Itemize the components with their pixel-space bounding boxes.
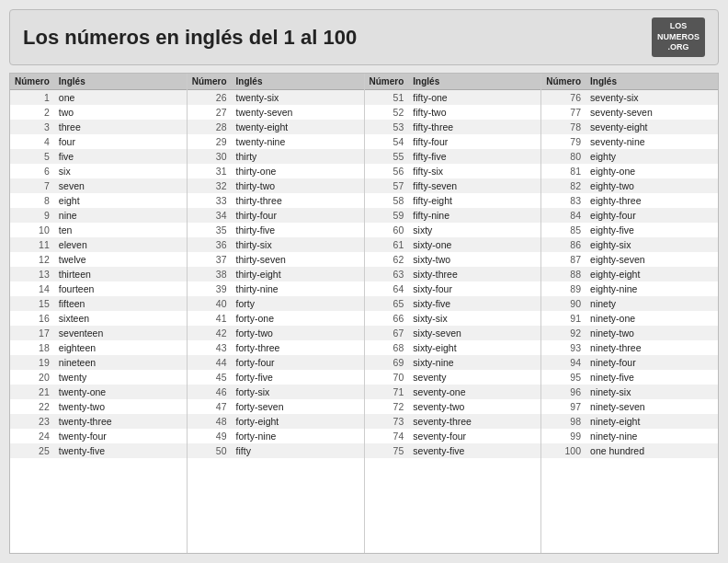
col-header-english: Inglés: [232, 74, 364, 90]
english-cell: eighty-eight: [586, 267, 718, 282]
table-row: 8eight: [10, 193, 187, 208]
english-cell: twenty-six: [232, 90, 364, 106]
number-cell: 95: [541, 370, 586, 385]
english-cell: forty: [232, 296, 364, 311]
table-row: 65sixty-five: [365, 296, 541, 311]
english-cell: thirty-six: [232, 237, 364, 252]
english-cell: thirty-seven: [232, 252, 364, 267]
table-row: 60sixty: [365, 223, 541, 237]
number-cell: 8: [10, 193, 54, 208]
number-cell: 89: [541, 282, 586, 296]
table-row: 31thirty-one: [188, 164, 364, 178]
english-cell: sixteen: [54, 311, 187, 326]
number-cell: 19: [10, 355, 54, 370]
table-row: 36thirty-six: [188, 237, 364, 252]
number-cell: 62: [365, 252, 409, 267]
english-cell: eleven: [54, 237, 187, 252]
col-header-number: Número: [10, 74, 54, 90]
table-row: 57fifty-seven: [365, 178, 541, 193]
number-cell: 42: [188, 326, 232, 340]
number-cell: 5: [10, 149, 54, 164]
english-cell: fifty-two: [408, 105, 540, 120]
english-cell: ninety-six: [586, 385, 718, 399]
table-row: 67sixty-seven: [365, 326, 541, 340]
table-row: 92ninety-two: [541, 326, 718, 340]
number-cell: 27: [188, 105, 232, 120]
english-cell: five: [54, 149, 187, 164]
number-cell: 85: [541, 223, 586, 237]
english-cell: thirty-four: [232, 208, 364, 223]
english-cell: fifty-six: [408, 164, 540, 178]
table-row: 87eighty-seven: [541, 252, 718, 267]
column-group-1: NúmeroInglés1one2two3three4four5five6six…: [10, 74, 188, 553]
number-cell: 21: [10, 385, 54, 399]
col-header-number: Número: [365, 74, 409, 90]
english-cell: ninety-four: [586, 355, 718, 370]
table-row: 38thirty-eight: [188, 267, 364, 282]
table-row: 13thirteen: [10, 267, 187, 282]
english-cell: sixty-eight: [408, 340, 540, 355]
table-row: 86eighty-six: [541, 237, 718, 252]
table-row: 56fifty-six: [365, 164, 541, 178]
number-cell: 77: [541, 105, 586, 120]
number-cell: 6: [10, 164, 54, 178]
table-row: 76seventy-six: [541, 90, 718, 106]
number-cell: 58: [365, 193, 409, 208]
table-row: 19nineteen: [10, 355, 187, 370]
english-cell: sixty-two: [408, 252, 540, 267]
english-cell: thirty-two: [232, 178, 364, 193]
table-row: 47forty-seven: [188, 399, 364, 414]
english-cell: one: [54, 90, 187, 106]
number-cell: 40: [188, 296, 232, 311]
table-row: 55fifty-five: [365, 149, 541, 164]
table-row: 58fifty-eight: [365, 193, 541, 208]
table-row: 14fourteen: [10, 282, 187, 296]
english-cell: sixty: [408, 223, 540, 237]
english-cell: ninety-one: [586, 311, 718, 326]
number-cell: 7: [10, 178, 54, 193]
table-row: 46forty-six: [188, 385, 364, 399]
table-row: 72seventy-two: [365, 399, 541, 414]
english-cell: sixty-one: [408, 237, 540, 252]
table-row: 1one: [10, 90, 187, 106]
number-cell: 36: [188, 237, 232, 252]
table-row: 79seventy-nine: [541, 134, 718, 149]
english-cell: ninety-two: [586, 326, 718, 340]
english-cell: four: [54, 134, 187, 149]
table-row: 59fifty-nine: [365, 208, 541, 223]
table-row: 77seventy-seven: [541, 105, 718, 120]
english-cell: twenty-nine: [232, 134, 364, 149]
table-row: 23twenty-three: [10, 414, 187, 429]
english-cell: three: [54, 120, 187, 134]
table-row: 15fifteen: [10, 296, 187, 311]
english-cell: eighty-three: [586, 193, 718, 208]
table-row: 21twenty-one: [10, 385, 187, 399]
number-cell: 50: [188, 443, 232, 458]
english-cell: seventy-one: [408, 385, 540, 399]
table-row: 43forty-three: [188, 340, 364, 355]
table-row: 94ninety-four: [541, 355, 718, 370]
english-cell: nineteen: [54, 355, 187, 370]
english-cell: seventeen: [54, 326, 187, 340]
number-cell: 24: [10, 429, 54, 443]
column-group-4: NúmeroInglés76seventy-six77seventy-seven…: [541, 74, 718, 553]
number-cell: 97: [541, 399, 586, 414]
number-cell: 12: [10, 252, 54, 267]
english-cell: ninety-seven: [586, 399, 718, 414]
table-row: 4four: [10, 134, 187, 149]
number-cell: 20: [10, 370, 54, 385]
number-cell: 13: [10, 267, 54, 282]
column-group-3: NúmeroInglés51fifty-one52fifty-two53fift…: [365, 74, 542, 553]
number-cell: 46: [188, 385, 232, 399]
table-row: 80eighty: [541, 149, 718, 164]
english-cell: eighty-two: [586, 178, 718, 193]
table-row: 18eighteen: [10, 340, 187, 355]
table-row: 69sixty-nine: [365, 355, 541, 370]
table-row: 26twenty-six: [188, 90, 364, 106]
table-row: 61sixty-one: [365, 237, 541, 252]
number-cell: 41: [188, 311, 232, 326]
number-cell: 69: [365, 355, 409, 370]
english-cell: ninety-three: [586, 340, 718, 355]
table-row: 54fifty-four: [365, 134, 541, 149]
number-cell: 17: [10, 326, 54, 340]
